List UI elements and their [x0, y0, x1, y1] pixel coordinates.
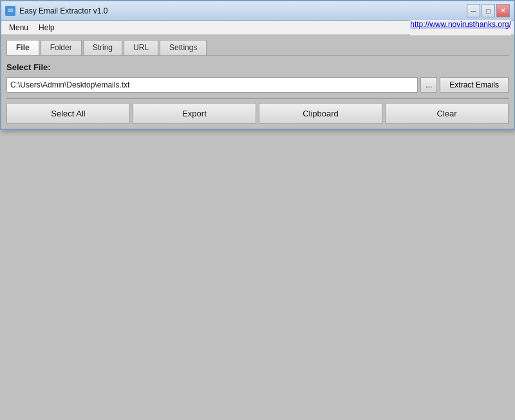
scrollbar-corner — [498, 98, 508, 98]
url-bar: http://www.novirusthanks.org/ — [410, 20, 511, 35]
tab-file[interactable]: File — [6, 40, 39, 55]
bottom-buttons: Select All Export Clipboard Clear — [6, 99, 509, 123]
scroll-right-button[interactable]: ▶ — [487, 98, 498, 99]
watermark-text: PROGRAMAS-GRATIS.net — [216, 98, 318, 99]
file-path-input[interactable] — [6, 77, 418, 93]
scrollbar-horizontal: ◀ ▶ — [7, 98, 498, 98]
scroll-left-button[interactable]: ◀ — [7, 98, 17, 99]
menu-help[interactable]: Help — [33, 22, 60, 33]
maximize-button[interactable]: □ — [482, 4, 495, 17]
select-all-button[interactable]: Select All — [6, 103, 130, 123]
results-inner: aaa@aaa.com bbb@bbb.com — [7, 98, 498, 99]
results-container: aaa@aaa.com bbb@bbb.com PROGRAMAS-GRATIS… — [6, 98, 509, 99]
extract-button[interactable]: Extract Emails — [440, 77, 509, 93]
tab-folder[interactable]: Folder — [41, 40, 82, 55]
scroll-up-button[interactable]: ▲ — [498, 98, 509, 99]
file-section: Select File: ... Extract Emails aaa@aaa.… — [6, 62, 509, 123]
main-window: ✉ Easy Email Extractor v1.0 ─ □ ✕ Menu H… — [0, 0, 515, 130]
watermark-icon — [197, 98, 212, 99]
title-bar-text: Easy Email Extractor v1.0 — [19, 6, 108, 15]
tab-url[interactable]: URL — [124, 40, 158, 55]
minimize-button[interactable]: ─ — [467, 4, 480, 17]
scroll-h-track — [17, 98, 487, 98]
watermark: PROGRAMAS-GRATIS.net — [197, 98, 318, 99]
tab-string[interactable]: String — [83, 40, 122, 55]
browse-button[interactable]: ... — [420, 77, 437, 93]
menu-bar: Menu Help http://www.novirusthanks.org/ — [1, 21, 514, 35]
close-button[interactable]: ✕ — [496, 4, 510, 17]
clipboard-button[interactable]: Clipboard — [259, 103, 382, 123]
app-icon: ✉ — [5, 6, 15, 16]
file-input-row: ... Extract Emails — [6, 77, 509, 93]
clear-button[interactable]: Clear — [385, 103, 509, 123]
url-link[interactable]: http://www.novirusthanks.org/ — [410, 20, 511, 29]
title-bar: ✉ Easy Email Extractor v1.0 ─ □ ✕ — [1, 1, 514, 21]
tab-settings[interactable]: Settings — [160, 40, 207, 55]
title-bar-left: ✉ Easy Email Extractor v1.0 — [5, 6, 108, 16]
select-file-label: Select File: — [6, 62, 509, 72]
export-button[interactable]: Export — [133, 103, 256, 123]
menu-menu[interactable]: Menu — [4, 22, 33, 33]
app-icon-glyph: ✉ — [8, 7, 13, 14]
title-bar-controls: ─ □ ✕ — [467, 4, 510, 17]
content-area: File Folder String URL Settings Select F… — [1, 35, 514, 129]
tab-bar: File Folder String URL Settings — [6, 40, 509, 56]
